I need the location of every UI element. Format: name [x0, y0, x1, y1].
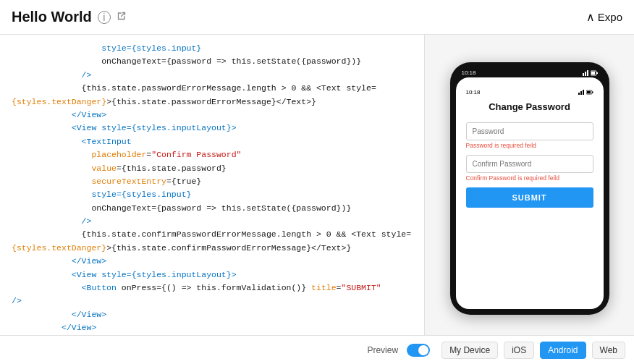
confirm-password-input-wrap — [466, 155, 593, 173]
code-line: {this.state.passwordErrorMessage.length … — [0, 82, 424, 95]
code-line: /> — [0, 69, 424, 82]
password-input-wrap — [466, 122, 593, 140]
preview-toggle[interactable] — [407, 344, 430, 357]
page-title: Hello World — [12, 9, 92, 25]
confirm-password-error: Confirm Password is required feild — [466, 174, 593, 182]
ios-button[interactable]: iOS — [504, 342, 534, 359]
code-line: /> — [0, 215, 424, 228]
battery-icon-screen — [586, 90, 593, 95]
my-device-button[interactable]: My Device — [441, 342, 498, 359]
phone-screen-time: 10:18 — [466, 89, 481, 96]
code-line: <Button onPress={() => this.formValidati… — [0, 282, 424, 295]
phone-screen: 10:18 Change Password Password is requir… — [456, 77, 604, 309]
code-line: </View> — [0, 255, 424, 268]
main-content: style={styles.input} onChangeText={passw… — [0, 35, 634, 335]
expo-chevron-icon: ∧ — [586, 10, 595, 24]
svg-rect-10 — [587, 91, 591, 93]
bottom-bar: Preview My Device iOS Android Web — [0, 335, 634, 364]
code-line: style={styles.input} — [0, 188, 424, 201]
web-button[interactable]: Web — [592, 342, 625, 359]
android-button[interactable]: Android — [540, 342, 586, 359]
svg-rect-2 — [587, 70, 588, 76]
code-line: onChangeText={password => this.setState(… — [0, 55, 424, 68]
form-title: Change Password — [466, 101, 593, 112]
expo-logo: ∧ Expo — [586, 10, 622, 24]
code-line: style={styles.input} — [0, 42, 424, 55]
expo-label: Expo — [598, 11, 622, 23]
phone-preview-panel: 10:18 10:18 Change Password — [424, 35, 634, 335]
phone-status-bar: 10:18 — [466, 89, 593, 96]
code-line: secureTextEntry={true} — [0, 175, 424, 188]
toggle-knob — [418, 345, 428, 355]
code-line: /> — [0, 295, 424, 308]
code-line: onChangeText={password => this.setState(… — [0, 202, 424, 215]
header-left: Hello World i — [12, 9, 127, 25]
code-line: {styles.textDanger}>{this.state.confirmP… — [0, 242, 424, 255]
phone-time: 10:18 — [462, 69, 476, 76]
svg-rect-11 — [592, 92, 593, 93]
code-editor: style={styles.input} onChangeText={passw… — [0, 35, 424, 335]
external-link-icon[interactable] — [117, 11, 127, 23]
code-line: <TextInput — [0, 135, 424, 148]
submit-button[interactable]: SUBMIT — [466, 187, 593, 208]
password-input[interactable] — [466, 122, 593, 140]
code-line: </View> — [0, 321, 424, 334]
preview-label: Preview — [367, 345, 398, 355]
svg-rect-1 — [585, 72, 586, 76]
code-line: value={this.state.password} — [0, 162, 424, 175]
phone-notch: 10:18 — [456, 68, 604, 77]
signal-icon — [578, 90, 584, 95]
info-icon[interactable]: i — [98, 11, 111, 24]
svg-rect-7 — [580, 91, 582, 95]
svg-rect-8 — [583, 90, 584, 95]
svg-rect-0 — [583, 73, 584, 76]
code-line: placeholder="Confirm Password" — [0, 148, 424, 161]
svg-rect-4 — [591, 72, 595, 75]
code-line: </View> — [0, 308, 424, 321]
code-line: <View style={styles.inputLayout}> — [0, 122, 424, 135]
status-icons — [578, 90, 593, 95]
password-error: Password is required feild — [466, 142, 593, 149]
wifi-icon — [583, 70, 588, 76]
svg-rect-5 — [596, 72, 598, 74]
confirm-password-input[interactable] — [466, 155, 593, 173]
svg-rect-6 — [578, 93, 580, 95]
code-line: </View> — [0, 109, 424, 122]
header: Hello World i ∧ Expo — [0, 0, 634, 35]
code-line: {this.state.confirmPasswordErrorMessage.… — [0, 228, 424, 241]
code-line: {styles.textDanger}>{this.state.password… — [0, 96, 424, 109]
phone-device: 10:18 10:18 Change Password — [450, 62, 609, 315]
battery-icon — [591, 70, 598, 76]
code-line: <View style={styles.inputLayout}> — [0, 268, 424, 282]
